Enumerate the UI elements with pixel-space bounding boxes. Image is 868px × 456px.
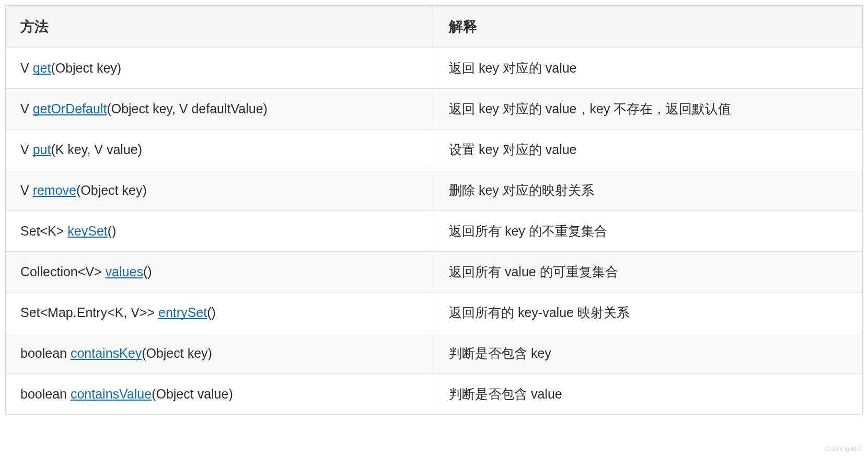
table-row: V get(Object key)返回 key 对应的 value xyxy=(6,48,863,89)
method-suffix: (Object key, V defaultValue) xyxy=(107,101,268,116)
desc-cell: 返回所有的 key-value 映射关系 xyxy=(434,293,863,333)
method-cell: boolean containsValue(Object value) xyxy=(6,374,434,415)
method-suffix: (Object key) xyxy=(76,183,147,197)
method-link[interactable]: get xyxy=(33,61,51,75)
method-prefix: Collection<V> xyxy=(20,264,106,279)
methods-table: 方法 解释 V get(Object key)返回 key 对应的 valueV… xyxy=(5,5,863,415)
method-prefix: V xyxy=(20,61,33,75)
method-prefix: V xyxy=(20,101,33,116)
method-link[interactable]: values xyxy=(106,264,143,279)
table-row: V put(K key, V value)设置 key 对应的 value xyxy=(6,130,863,170)
method-suffix: (Object key) xyxy=(142,346,212,360)
method-cell: V getOrDefault(Object key, V defaultValu… xyxy=(6,89,434,130)
method-cell: V remove(Object key) xyxy=(6,170,434,211)
desc-cell: 判断是否包含 key xyxy=(434,333,863,374)
method-suffix: (Object value) xyxy=(152,387,233,401)
method-prefix: Set<K> xyxy=(20,224,67,238)
desc-cell: 返回所有 value 的可重复集合 xyxy=(434,252,863,293)
method-prefix: boolean xyxy=(20,346,71,360)
method-cell: boolean containsKey(Object key) xyxy=(6,333,434,374)
table-row: boolean containsValue(Object value)判断是否包… xyxy=(6,374,863,415)
method-cell: Set<K> keySet() xyxy=(6,211,434,252)
method-cell: V get(Object key) xyxy=(6,48,434,89)
table-row: Collection<V> values()返回所有 value 的可重复集合 xyxy=(6,252,863,293)
header-desc: 解释 xyxy=(434,6,863,48)
method-prefix: V xyxy=(20,142,33,157)
method-link[interactable]: getOrDefault xyxy=(33,101,107,116)
method-link[interactable]: keySet xyxy=(67,224,107,238)
method-cell: Set<Map.Entry<K, V>> entrySet() xyxy=(6,293,434,333)
header-method: 方法 xyxy=(6,6,434,48)
method-cell: Collection<V> values() xyxy=(6,252,434,293)
table-row: boolean containsKey(Object key)判断是否包含 ke… xyxy=(6,333,863,374)
desc-cell: 删除 key 对应的映射关系 xyxy=(434,170,863,211)
table-row: Set<K> keySet()返回所有 key 的不重复集合 xyxy=(6,211,863,252)
table-row: V getOrDefault(Object key, V defaultValu… xyxy=(6,89,863,130)
desc-cell: 返回 key 对应的 value，key 不存在，返回默认值 xyxy=(434,89,863,130)
method-link[interactable]: put xyxy=(33,142,51,157)
desc-cell: 设置 key 对应的 value xyxy=(434,130,863,170)
method-cell: V put(K key, V value) xyxy=(6,130,434,170)
method-link[interactable]: containsValue xyxy=(71,387,152,401)
method-link[interactable]: entrySet xyxy=(158,305,207,320)
method-prefix: boolean xyxy=(20,387,71,401)
desc-cell: 判断是否包含 value xyxy=(434,374,863,415)
table-row: V remove(Object key)删除 key 对应的映射关系 xyxy=(6,170,863,211)
method-suffix: () xyxy=(207,305,216,320)
desc-cell: 返回所有 key 的不重复集合 xyxy=(434,211,863,252)
method-prefix: V xyxy=(20,183,33,197)
method-link[interactable]: containsKey xyxy=(71,346,142,360)
table-header-row: 方法 解释 xyxy=(6,6,863,48)
method-prefix: Set<Map.Entry<K, V>> xyxy=(20,305,158,320)
method-suffix: (K key, V value) xyxy=(51,142,142,157)
method-suffix: (Object key) xyxy=(51,61,121,75)
method-suffix: () xyxy=(108,224,117,238)
method-suffix: () xyxy=(143,264,152,279)
method-link[interactable]: remove xyxy=(33,183,76,197)
desc-cell: 返回 key 对应的 value xyxy=(434,48,863,89)
table-row: Set<Map.Entry<K, V>> entrySet()返回所有的 key… xyxy=(6,293,863,333)
